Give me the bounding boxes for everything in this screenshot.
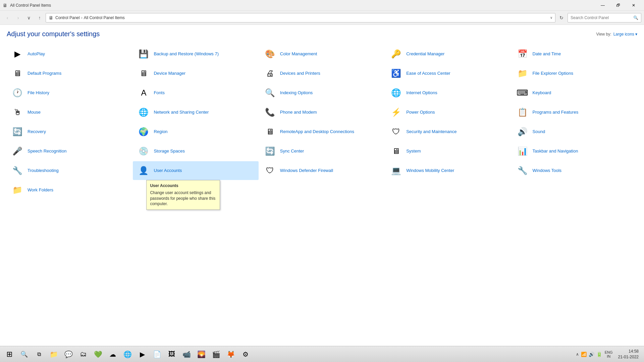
- control-panel-item-device-manager[interactable]: 🖥Device Manager: [133, 64, 258, 83]
- lang-region: IN: [605, 354, 613, 358]
- control-panel-item-keyboard[interactable]: ⌨Keyboard: [512, 83, 637, 102]
- control-panel-item-windows-mobility[interactable]: 💻Windows Mobility Center: [385, 161, 511, 180]
- storage-spaces-label: Storage Spaces: [154, 148, 185, 154]
- start-button[interactable]: ⊞: [3, 348, 16, 361]
- control-panel-item-sound[interactable]: 🔊Sound: [512, 122, 637, 141]
- title-bar: 🖥 All Control Panel Items — 🗗 ✕: [0, 0, 644, 11]
- power-options-icon: ⚡: [389, 106, 403, 119]
- control-panel-item-internet-options[interactable]: 🌐Internet Options: [385, 83, 511, 102]
- control-panel-item-file-history[interactable]: 🕐File History: [7, 83, 132, 102]
- back-button[interactable]: ‹: [3, 13, 12, 22]
- speech-recognition-label: Speech Recognition: [28, 148, 66, 154]
- taskbar-vlc[interactable]: 🎬: [209, 348, 223, 361]
- control-panel-item-mouse[interactable]: 🖱Mouse: [7, 103, 132, 122]
- control-panel-item-storage-spaces[interactable]: 💿Storage Spaces: [133, 142, 258, 161]
- language-indicator[interactable]: ENG IN: [603, 350, 614, 358]
- title-bar-icon: 🖥: [3, 3, 7, 8]
- taskbar-explorer[interactable]: 📁: [47, 348, 60, 361]
- internet-options-icon: 🌐: [389, 86, 403, 100]
- taskbar-onedrive[interactable]: ☁: [106, 348, 119, 361]
- taskbar-pictures[interactable]: 🌄: [195, 348, 208, 361]
- credential-manager-label: Credential Manager: [406, 51, 444, 57]
- control-panel-item-sync-center[interactable]: 🔄Sync Center: [259, 142, 385, 161]
- minimize-button[interactable]: —: [595, 0, 610, 11]
- breadcrumb-current: All Control Panel Items: [84, 15, 125, 20]
- address-bar: 🖥 Control Panel › All Control Panel Item…: [46, 13, 555, 22]
- taskbar-taskview-button[interactable]: ⧉: [32, 348, 46, 361]
- remoteapp-label: RemoteApp and Desktop Connections: [280, 129, 354, 134]
- indexing-options-icon: 🔍: [263, 86, 277, 100]
- recent-locations-button[interactable]: ∨: [24, 13, 34, 22]
- control-panel-item-taskbar-navigation[interactable]: 📊Taskbar and Navigation: [512, 142, 637, 161]
- taskbar-teams[interactable]: 💬: [62, 348, 75, 361]
- clock-time: 14:58: [618, 349, 639, 354]
- control-panel-item-credential-manager[interactable]: 🔑Credential Manager: [385, 45, 511, 63]
- control-panel-item-recovery[interactable]: 🔄Recovery: [7, 122, 132, 141]
- title-bar-buttons: — 🗗 ✕: [595, 0, 641, 11]
- search-input[interactable]: [571, 15, 633, 20]
- fonts-label: Fonts: [154, 90, 165, 96]
- taskbar-youtube[interactable]: ▶: [136, 348, 149, 361]
- control-panel-item-devices-printers[interactable]: 🖨Devices and Printers: [259, 64, 385, 83]
- forward-button[interactable]: ›: [13, 13, 23, 22]
- mouse-icon: 🖱: [11, 106, 24, 119]
- refresh-button[interactable]: ↻: [557, 13, 566, 22]
- tray-expand-button[interactable]: ∧: [576, 352, 579, 357]
- taskbar-whatsapp[interactable]: 💚: [91, 348, 105, 361]
- control-panel-item-indexing-options[interactable]: 🔍Indexing Options: [259, 83, 385, 102]
- maximize-button[interactable]: 🗗: [610, 0, 626, 11]
- taskbar-search-button[interactable]: 🔍: [17, 348, 31, 361]
- taskbar-filemanager[interactable]: 🗂: [76, 348, 90, 361]
- control-panel-item-user-accounts[interactable]: 👤User AccountsUser AccountsChange user a…: [133, 161, 258, 180]
- search-icon: 🔍: [633, 15, 638, 20]
- taskbar-photos[interactable]: 🖼: [165, 348, 178, 361]
- control-panel-item-work-folders[interactable]: 📁Work Folders: [7, 181, 132, 199]
- close-button[interactable]: ✕: [626, 0, 641, 11]
- control-panel-item-date-time[interactable]: 📅Date and Time: [512, 45, 637, 63]
- control-panel-item-fonts[interactable]: AFonts: [133, 83, 258, 102]
- taskbar-edge[interactable]: 🌐: [121, 348, 134, 361]
- recovery-icon: 🔄: [11, 125, 24, 138]
- system-icon: 🖥: [389, 144, 403, 158]
- control-panel-item-windows-tools[interactable]: 🔧Windows Tools: [512, 161, 637, 180]
- breadcrumb-root[interactable]: Control Panel: [55, 15, 80, 20]
- control-panel-item-network-sharing[interactable]: 🌐Network and Sharing Center: [133, 103, 258, 122]
- view-by-value[interactable]: Large icons ▾: [613, 32, 637, 37]
- security-maintenance-icon: 🛡: [389, 125, 403, 138]
- taskbar-acrobat[interactable]: 📄: [150, 348, 164, 361]
- default-programs-icon: 🖥: [11, 67, 24, 80]
- sound-label: Sound: [533, 129, 545, 134]
- control-panel-item-default-programs[interactable]: 🖥Default Programs: [7, 64, 132, 83]
- control-panel-item-speech-recognition[interactable]: 🎤Speech Recognition: [7, 142, 132, 161]
- file-history-label: File History: [28, 90, 49, 96]
- control-panel-item-phone-modem[interactable]: 📞Phone and Modem: [259, 103, 385, 122]
- windows-tools-icon: 🔧: [516, 164, 529, 177]
- control-panel-item-power-options[interactable]: ⚡Power Options: [385, 103, 511, 122]
- clock-area[interactable]: 14:58 21-01-2022: [615, 349, 641, 360]
- control-panel-item-security-maintenance[interactable]: 🛡Security and Maintenance: [385, 122, 511, 141]
- color-management-icon: 🎨: [263, 47, 277, 61]
- control-panel-item-programs-features[interactable]: 📋Programs and Features: [512, 103, 637, 122]
- taskbar-firefox[interactable]: 🦊: [224, 348, 237, 361]
- control-panel-item-remoteapp[interactable]: 🖥RemoteApp and Desktop Connections: [259, 122, 385, 141]
- up-button[interactable]: ↑: [35, 13, 44, 22]
- taskbar-zoom[interactable]: 📹: [180, 348, 193, 361]
- address-dropdown-button[interactable]: ∨: [550, 16, 552, 19]
- work-folders-label: Work Folders: [28, 187, 53, 193]
- work-folders-icon: 📁: [11, 183, 24, 197]
- taskbar-settings[interactable]: ⚙: [239, 348, 252, 361]
- fonts-icon: A: [137, 86, 150, 100]
- control-panel-item-ease-of-access[interactable]: ♿Ease of Access Center: [385, 64, 511, 83]
- phone-modem-label: Phone and Modem: [280, 110, 317, 115]
- control-panel-item-file-explorer-options[interactable]: 📁File Explorer Options: [512, 64, 637, 83]
- control-panel-item-region[interactable]: 🌍Region: [133, 122, 258, 141]
- control-panel-item-backup-restore[interactable]: 💾Backup and Restore (Windows 7): [133, 45, 258, 63]
- control-panel-item-system[interactable]: 🖥System: [385, 142, 511, 161]
- user-accounts-label: User Accounts: [154, 168, 182, 173]
- page-header: Adjust your computer's settings View by:…: [7, 30, 637, 38]
- windows-mobility-icon: 💻: [389, 164, 403, 177]
- control-panel-item-troubleshooting[interactable]: 🔧Troubleshooting: [7, 161, 132, 180]
- control-panel-item-autoplay[interactable]: ▶AutoPlay: [7, 45, 132, 63]
- control-panel-item-windows-defender[interactable]: 🛡Windows Defender Firewall: [259, 161, 385, 180]
- control-panel-item-color-management[interactable]: 🎨Color Management: [259, 45, 385, 63]
